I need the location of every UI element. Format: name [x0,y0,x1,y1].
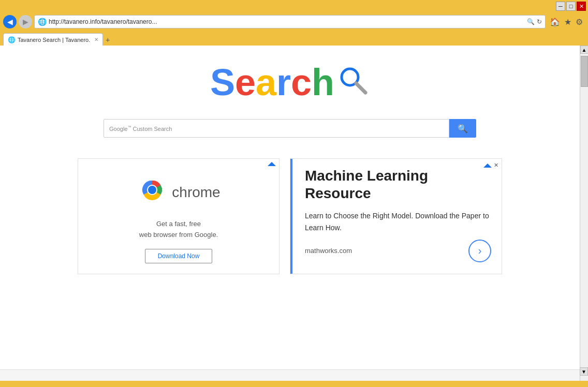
search-title: S e a r c h [210,61,370,103]
search-bar-container: Google™ Custom Search 🔍 [104,119,476,138]
ml-ad-content: Machine Learning Resource Learn to Choos… [301,167,491,262]
svg-point-1 [345,72,355,82]
scroll-up-button[interactable]: ▲ [580,46,589,54]
chrome-brand-label: chrome [172,184,220,201]
search-button[interactable]: 🔍 [449,119,476,138]
ad-chrome-label [268,162,276,166]
tab-close-button[interactable]: ✕ [94,37,98,42]
maximize-button[interactable]: □ [566,2,576,11]
status-bar [0,369,580,381]
magnifier-icon [339,66,370,99]
ie-icon: 🌐 [38,18,47,26]
ml-ad-arrow-button[interactable]: › [468,240,491,262]
ml-ad-arrow-icon: › [478,245,482,257]
ml-ad: ✕ Machine Learning Resource Learn to Cho… [290,158,502,274]
ml-ad-footer: mathworks.com › [305,240,491,262]
ads-section: chrome Get a fast, free web browser from… [78,158,502,274]
svg-line-2 [356,83,365,93]
letter-s: S [210,61,235,103]
chrome-logo-icon [137,174,168,205]
download-now-button[interactable]: Download Now [145,249,213,263]
address-bar[interactable]: 🌐 🔍 ↻ [34,15,546,28]
close-button[interactable]: ✕ [577,2,586,11]
letter-h: h [312,61,334,103]
google-label: Google™ Custom Search [109,125,172,132]
svg-point-6 [148,186,156,194]
ml-ad-url: mathworks.com [305,247,352,255]
title-bar: ─ □ ✕ [0,0,588,12]
scroll-down-button[interactable]: ▼ [580,367,588,376]
search-btn-icon: 🔍 [458,124,468,133]
home-icon[interactable]: 🏠 [550,17,560,27]
ml-ad-description: Learn to Choose the Right Model. Downloa… [305,210,491,233]
ml-ad-border [290,159,292,274]
browser-content-area: S e a r c h Google™ Custom Sear [0,46,580,381]
letter-a: a [256,61,276,103]
tabs-bar: 🌐 Tavanero Search | Tavanero... ✕ + [0,31,588,46]
ad-ml-triangle-icon [483,163,492,168]
browser-toolbar: ◀ ▶ 🌐 🔍 ↻ 🏠 ★ ⚙ [0,12,588,31]
new-tab-button[interactable]: + [104,34,111,46]
tab-label: Tavanero Search | Tavanero... [18,37,90,43]
browser-icons: 🏠 ★ ⚙ [548,17,585,27]
ad-triangle-icon [268,162,276,166]
chrome-icon-row: chrome [137,174,220,211]
scrollbar[interactable]: ▲ ▼ [580,46,588,381]
main-content: S e a r c h Google™ Custom Sear [0,46,580,285]
ml-ad-title: Machine Learning Resource [305,167,491,202]
letter-e: e [235,61,256,103]
back-button[interactable]: ◀ [3,15,17,28]
active-tab[interactable]: 🌐 Tavanero Search | Tavanero... ✕ [3,33,103,46]
letter-r: r [276,61,291,103]
scroll-thumb[interactable] [581,56,588,87]
ml-ad-label: ✕ [483,162,498,169]
search-input-wrapper: Google™ Custom Search [104,119,449,138]
chrome-ad-text: Get a fast, free web browser from Google… [139,219,218,241]
browser-window-frame: S e a r c h Google™ Custom Sear [0,46,588,381]
search-input[interactable] [175,125,444,132]
refresh-button[interactable]: ↻ [537,18,542,25]
address-search-icon: 🔍 [527,18,535,25]
favorites-icon[interactable]: ★ [564,17,571,27]
settings-icon[interactable]: ⚙ [576,17,583,27]
chrome-ad: chrome Get a fast, free web browser from… [78,158,280,274]
minimize-button[interactable]: ─ [556,2,565,11]
address-input[interactable] [49,18,525,25]
ml-ad-close-button[interactable]: ✕ [494,162,498,169]
tab-favicon: 🌐 [8,36,16,43]
forward-button[interactable]: ▶ [19,15,32,28]
letter-c: c [291,61,312,103]
